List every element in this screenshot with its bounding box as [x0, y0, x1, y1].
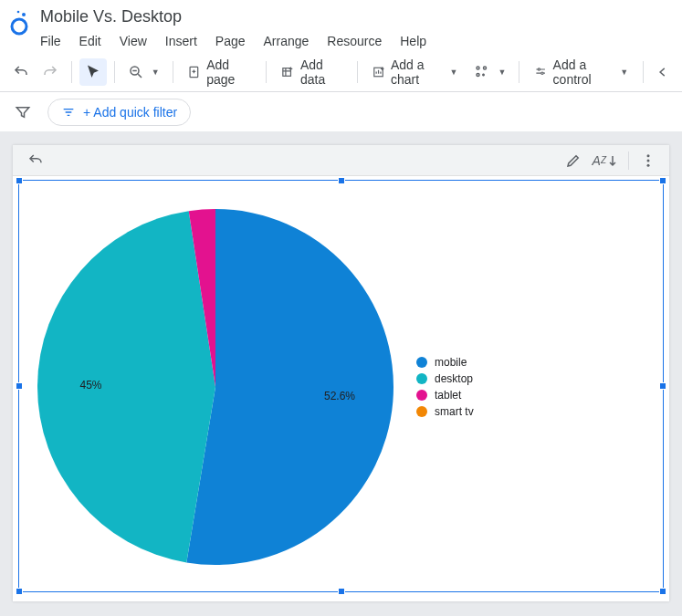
pie-slice[interactable]	[186, 209, 393, 565]
svg-point-13	[647, 159, 650, 162]
redo-button[interactable]	[37, 58, 64, 86]
svg-point-2	[17, 11, 20, 14]
chevron-down-icon: ▼	[620, 68, 628, 77]
pie-slice[interactable]	[37, 211, 215, 562]
menu-arrange[interactable]: Arrange	[255, 30, 319, 52]
resize-handle[interactable]	[659, 382, 666, 390]
svg-point-11	[541, 72, 543, 74]
legend-item[interactable]: smart tv	[416, 405, 474, 418]
menu-resource[interactable]: Resource	[318, 30, 391, 52]
add-control-button[interactable]: Add a control ▼	[527, 52, 635, 92]
resize-handle[interactable]	[659, 177, 666, 184]
more-options-icon[interactable]	[635, 147, 662, 174]
menu-insert[interactable]: Insert	[156, 30, 206, 52]
add-data-button[interactable]: Add data	[274, 52, 350, 92]
filter-icon[interactable]	[9, 99, 37, 126]
add-page-button[interactable]: Add page	[180, 52, 258, 92]
resize-handle[interactable]	[16, 177, 23, 184]
menubar: File Edit View Insert Page Arrange Resou…	[37, 30, 675, 52]
menu-file[interactable]: File	[37, 30, 70, 52]
pie-chart[interactable]: 52.6%45% mobiledesktoptabletsmart tv	[24, 185, 658, 589]
resize-handle[interactable]	[16, 588, 23, 595]
canvas-area[interactable]: AZ 52.6%45% mobiledesktoptabletsmart tv	[0, 132, 682, 616]
svg-point-12	[647, 154, 650, 157]
undo-button[interactable]	[7, 58, 35, 86]
chart-toolbar: AZ	[13, 145, 669, 176]
legend-label: desktop	[435, 372, 473, 385]
svg-point-9	[477, 73, 479, 76]
add-quick-filter-button[interactable]: + Add quick filter	[47, 99, 191, 126]
more-tools[interactable]	[651, 58, 675, 86]
resize-handle[interactable]	[338, 588, 345, 595]
resize-handle[interactable]	[659, 588, 666, 595]
add-chart-label: Add a chart	[391, 57, 443, 87]
quick-filter-label: + Add quick filter	[83, 105, 177, 120]
filter-bar: + Add quick filter	[0, 92, 682, 132]
legend-label: mobile	[435, 356, 467, 369]
svg-point-7	[477, 67, 479, 69]
legend-label: smart tv	[435, 405, 474, 418]
toolbar: ▼ Add page Add data Add a chart ▼ ▼ Add …	[0, 52, 682, 92]
add-control-label: Add a control	[553, 57, 614, 87]
svg-point-0	[12, 19, 26, 34]
menu-view[interactable]: View	[110, 30, 156, 52]
edit-icon[interactable]	[560, 147, 587, 174]
chart-legend: mobiledesktoptabletsmart tv	[416, 352, 474, 422]
add-chart-button[interactable]: Add a chart ▼	[365, 52, 466, 92]
chevron-down-icon: ▼	[450, 68, 458, 77]
chevron-down-icon: ▼	[152, 68, 160, 77]
report-canvas[interactable]: AZ 52.6%45% mobiledesktoptabletsmart tv	[13, 145, 669, 601]
menu-help[interactable]: Help	[391, 30, 435, 52]
sort-icon[interactable]: AZ	[587, 148, 623, 173]
doc-title[interactable]: Mobile Vs. Desktop	[37, 5, 675, 28]
legend-label: tablet	[435, 389, 461, 402]
app-logo[interactable]	[7, 7, 31, 38]
svg-rect-5	[283, 68, 291, 76]
svg-point-1	[22, 13, 26, 16]
legend-item[interactable]: desktop	[416, 372, 474, 385]
legend-swatch	[416, 390, 427, 401]
menu-page[interactable]: Page	[206, 30, 255, 52]
legend-item[interactable]: tablet	[416, 389, 474, 402]
legend-swatch	[416, 373, 427, 384]
svg-point-10	[538, 68, 540, 69]
chart-undo-button[interactable]	[20, 147, 51, 174]
svg-point-8	[483, 67, 486, 69]
chevron-down-icon: ▼	[498, 68, 507, 77]
slice-label: 52.6%	[324, 390, 355, 402]
legend-item[interactable]: mobile	[416, 356, 474, 369]
resize-handle[interactable]	[16, 382, 23, 390]
zoom-tool[interactable]: ▼	[122, 58, 165, 86]
legend-swatch	[416, 357, 427, 368]
menu-edit[interactable]: Edit	[70, 30, 110, 52]
pointer-tool[interactable]	[79, 58, 107, 86]
community-viz-button[interactable]: ▼	[467, 58, 512, 86]
svg-point-14	[647, 163, 650, 166]
resize-handle[interactable]	[338, 177, 345, 184]
slice-label: 45%	[79, 379, 101, 392]
add-data-label: Add data	[300, 57, 342, 87]
add-page-label: Add page	[206, 57, 251, 87]
legend-swatch	[416, 406, 427, 417]
